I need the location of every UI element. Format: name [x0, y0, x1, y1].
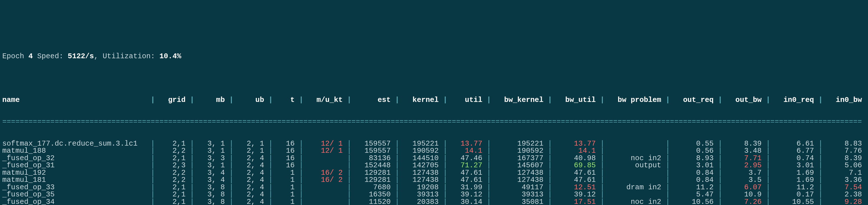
col-t: t: [277, 96, 294, 104]
column-separator: |: [762, 198, 775, 205]
column-separator: |: [343, 96, 356, 104]
column-separator: |: [714, 198, 727, 205]
cell-t: 1: [277, 198, 294, 205]
column-separator: |: [343, 198, 356, 205]
column-separator: |: [596, 198, 609, 205]
column-separator: |: [146, 198, 159, 205]
col-bw-problem: bw problem: [609, 96, 661, 104]
column-separator: |: [186, 198, 199, 205]
cell-bw-kernel: 35081: [495, 198, 543, 205]
col-kernel: kernel: [404, 96, 439, 104]
col-est: est: [356, 96, 391, 104]
util-value: 10.4%: [159, 52, 181, 61]
column-separator: |: [294, 198, 308, 205]
column-separator: |: [596, 96, 609, 104]
column-separator: |: [391, 96, 404, 104]
table-row: matmul_181 | 2,2 | 3, 4 | 2, 4 | 1 | 16/…: [2, 176, 866, 184]
table-row: _fused_op_31 | 2,3 | 3, 1 | 2, 4 | 16 | …: [2, 162, 866, 169]
cell-ub: 2, 4: [238, 198, 264, 205]
column-separator: |: [762, 96, 775, 104]
column-separator: |: [186, 96, 199, 104]
col-ub: ub: [238, 96, 264, 104]
cell-mukt: [308, 198, 342, 205]
column-separator: |: [544, 96, 557, 104]
speed-label: Speed:: [37, 52, 63, 61]
table-row: _fused_op_32 | 2,1 | 3, 3 | 2, 4 | 16 | …: [2, 155, 866, 162]
column-separator: |: [264, 96, 277, 104]
table-body: softmax_177.dc.reduce_sum.3.lc1 | 2,1 | …: [2, 140, 866, 205]
col-m-u-kt: m/u_kt: [308, 96, 342, 104]
terminal-screen: Epoch 4 Speed: 5122/s, Utilization: 10.4…: [0, 36, 868, 205]
column-separator: |: [225, 198, 238, 205]
column-separator: |: [714, 96, 727, 104]
col-util: util: [452, 96, 482, 104]
column-separator: |: [294, 96, 308, 104]
cell-in0-req: 10.55: [775, 198, 814, 205]
column-separator: |: [482, 198, 495, 205]
table-header: name | grid | mb | ub | t | m/u_kt | est…: [2, 96, 866, 104]
col-out-req: out_req: [674, 96, 714, 104]
column-separator: |: [544, 198, 557, 205]
blank-line: [2, 75, 866, 82]
cell-out-bw: 7.26: [727, 198, 762, 205]
cell-bw-util: 17.51: [557, 198, 596, 205]
cell-bw-problem: noc in2: [609, 198, 661, 205]
table-row: _fused_op_35 | 2,1 | 3, 8 | 2, 4 | 1 | |…: [2, 191, 866, 199]
cell-util: 30.14: [452, 198, 482, 205]
table-row: matmul_188 | 2,2 | 3, 1 | 2, 1 | 16 | 12…: [2, 147, 866, 155]
epoch-value: 4: [29, 52, 33, 61]
col-out-bw: out_bw: [727, 96, 762, 104]
cell-name: _fused_op_34: [2, 198, 146, 205]
util-label: Utilization:: [103, 52, 155, 61]
cell-out-req: 10.56: [674, 198, 714, 205]
cell-kernel: 20383: [404, 198, 439, 205]
col-bw-kernel: bw_kernel: [495, 96, 543, 104]
column-separator: |: [391, 198, 404, 205]
column-separator: |: [661, 198, 674, 205]
column-separator: |: [482, 96, 495, 104]
cell-grid: 2,1: [159, 198, 186, 205]
table-row: softmax_177.dc.reduce_sum.3.lc1 | 2,1 | …: [2, 140, 866, 148]
column-separator: |: [661, 96, 674, 104]
table-row: _fused_op_33 | 2,1 | 3, 8 | 2, 4 | 1 | |…: [2, 184, 866, 191]
column-separator: |: [814, 198, 827, 205]
column-separator: |: [814, 96, 827, 104]
col-name: name: [2, 96, 146, 104]
column-separator: |: [146, 96, 159, 104]
col-in0-bw: in0_bw: [827, 96, 862, 104]
table-row: _fused_op_34 | 2,1 | 3, 8 | 2, 4 | 1 | |…: [2, 199, 866, 205]
column-separator: |: [225, 96, 238, 104]
table-rule: ========================================…: [2, 118, 866, 126]
column-separator: |: [264, 198, 277, 205]
table-row: matmul_192 | 2,2 | 3, 4 | 2, 4 | 1 | 16/…: [2, 169, 866, 177]
cell-mb: 3, 8: [199, 198, 225, 205]
col-in0-req: in0_req: [775, 96, 814, 104]
col-mb: mb: [199, 96, 225, 104]
cell-in0-bw: 9.28: [827, 198, 862, 205]
column-separator: |: [439, 96, 452, 104]
speed-value: 5122/s: [68, 52, 94, 61]
status-line: Epoch 4 Speed: 5122/s, Utilization: 10.4…: [2, 53, 866, 60]
col-grid: grid: [159, 96, 186, 104]
column-separator: |: [439, 198, 452, 205]
col-bw-util: bw_util: [557, 96, 596, 104]
epoch-label: Epoch: [2, 52, 24, 61]
cell-est: 11520: [356, 198, 391, 205]
